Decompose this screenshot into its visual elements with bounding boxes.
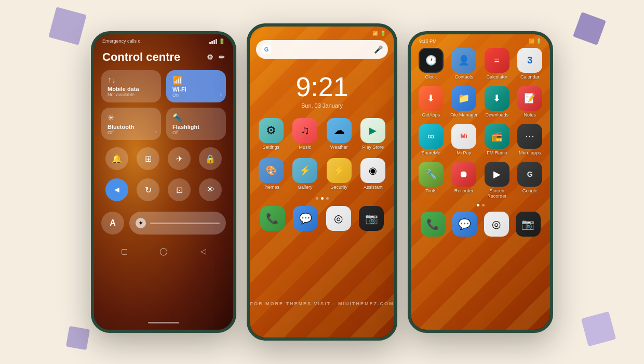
flashlight-tile[interactable]: 🔦 Flashlight Off: [166, 108, 226, 140]
cc-row-2: ✳ Bluetooth Off › 🔦 Flashlight Off: [101, 108, 226, 140]
location-toggle[interactable]: ◄: [105, 178, 128, 201]
mobile-data-label: Mobile data: [108, 86, 155, 92]
mipay-app[interactable]: Mi Mi Pay: [449, 124, 479, 155]
google-app[interactable]: G Google: [515, 162, 545, 199]
downloads-app[interactable]: ⬇ Downloads: [482, 86, 512, 118]
emergency-calls-text: Emergency calls o: [102, 38, 141, 44]
phone-2-apps-row-1: ⚙ Settings ♫ Music ☁ Weather ▶ Play Stor…: [250, 114, 394, 154]
brightness-slider[interactable]: ✦: [129, 212, 226, 235]
phone-3-apps-row-3: ∞ ShareMe Mi Mi Pay 📻 FM Radio ⋯ More ap…: [411, 121, 550, 159]
messages-icon: 💬: [293, 206, 318, 231]
notification-toggle[interactable]: 🔔: [105, 147, 128, 170]
page-dot-2: [321, 197, 324, 200]
phone3-chrome-dock[interactable]: ◎: [482, 212, 510, 237]
music-app[interactable]: ♫ Music: [290, 118, 320, 150]
microphone-icon[interactable]: 🎤: [374, 45, 383, 54]
contacts-label: Contacts: [454, 74, 473, 80]
nav-back-button[interactable]: ◁: [198, 246, 208, 256]
weather-app[interactable]: ☁ Weather: [324, 118, 354, 150]
lock-toggle[interactable]: 🔒: [199, 147, 222, 170]
moreapps-app[interactable]: ⋯ More apps: [515, 124, 545, 155]
cc-icons-row-2: ◄ ↻ ⊡ 👁: [94, 176, 233, 203]
calculator-icon: =: [485, 48, 509, 73]
calculator-app[interactable]: = Calculator: [482, 48, 512, 80]
phone3-messages-icon: 💬: [452, 212, 477, 237]
getapps-label: GetApps: [422, 112, 440, 118]
chrome-icon: ◎: [326, 206, 351, 231]
themes-app[interactable]: 🎨 Themes: [256, 158, 286, 190]
eye-toggle[interactable]: 👁: [199, 178, 222, 201]
phone3-messages-dock[interactable]: 💬: [451, 212, 478, 237]
shareme-label: ShareMe: [421, 150, 440, 155]
fullscreen-toggle[interactable]: ⊡: [168, 178, 191, 201]
wifi-arrow: ›: [220, 92, 222, 97]
recorder-app[interactable]: ⏺ Recorder: [449, 162, 479, 199]
flashlight-icon: 🔦: [172, 113, 220, 123]
phone3-page-indicators: [411, 204, 550, 206]
wifi-tile[interactable]: 📶 Wi-Fi On ›: [166, 70, 226, 102]
notes-app[interactable]: 📝 Notes: [515, 86, 545, 118]
phone-2-search-bar[interactable]: G 🎤: [256, 40, 388, 59]
phone2-wifi-icon: 📶: [372, 31, 378, 36]
playstore-app[interactable]: ▶ Play Store: [358, 118, 388, 150]
settings-icon[interactable]: ⚙: [207, 53, 213, 61]
nav-square-button[interactable]: ▢: [119, 246, 129, 256]
mobile-data-tile[interactable]: ↑↓ Mobile data Not available: [101, 70, 161, 102]
playstore-icon: ▶: [360, 118, 385, 143]
fmradio-app[interactable]: 📻 FM Radio: [482, 124, 512, 155]
messages-dock-app[interactable]: 💬: [291, 206, 320, 231]
page-indicators: [250, 197, 394, 200]
phone-2-apps-row-2: 🎨 Themes ⚡ Gallery ⚡ Security ◉ Assistan…: [250, 154, 394, 194]
filemanager-app[interactable]: 📁 File Manager: [449, 86, 479, 118]
assistant-icon: ◉: [360, 158, 385, 183]
assistant-label: Assistant: [364, 185, 383, 190]
screen-capture-toggle[interactable]: ⊞: [137, 147, 159, 170]
phone3-time: 9:15 PM: [419, 38, 437, 44]
getapps-app[interactable]: ⬇ GetApps: [416, 86, 446, 118]
recorder-label: Recorder: [454, 188, 474, 193]
control-centre-header-icons: ⚙ ✏: [207, 53, 225, 61]
moreapps-icon: ⋯: [517, 124, 542, 149]
gallery-label: Gallery: [298, 185, 313, 190]
contacts-app[interactable]: 👤 Contacts: [449, 48, 479, 80]
rotate-toggle[interactable]: ↻: [137, 178, 159, 201]
getapps-icon: ⬇: [419, 86, 444, 111]
clock-app[interactable]: 🕐 Clock: [416, 48, 446, 80]
chrome-dock-app[interactable]: ◎: [324, 206, 353, 231]
phone-3-apps-row-4: 🔧 Tools ⏺ Recorder ▶ Screen Recorder G G…: [411, 159, 550, 202]
tools-icon: 🔧: [419, 162, 444, 187]
phone-dock-app[interactable]: 📞: [258, 206, 287, 231]
airplane-toggle[interactable]: ✈: [168, 147, 191, 170]
tools-app[interactable]: 🔧 Tools: [416, 162, 446, 199]
screenrecorder-app[interactable]: ▶ Screen Recorder: [482, 162, 512, 199]
phone3-phone-dock[interactable]: 📞: [419, 212, 447, 237]
downloads-icon: ⬇: [485, 86, 509, 111]
notes-icon: 📝: [517, 86, 542, 111]
music-label: Music: [299, 145, 311, 150]
phone-2-status-bar: 📶 🔋: [250, 27, 394, 38]
edit-icon[interactable]: ✏: [219, 53, 225, 61]
tools-label: Tools: [425, 188, 436, 193]
home-indicator: [148, 322, 179, 323]
flashlight-label: Flashlight: [172, 124, 220, 130]
security-app[interactable]: ⚡ Security: [324, 158, 354, 190]
shareme-app[interactable]: ∞ ShareMe: [416, 124, 446, 155]
phone3-camera-icon: 📷: [516, 212, 541, 237]
calendar-app[interactable]: 3 Calendar: [515, 48, 545, 80]
camera-dock-app[interactable]: 📷: [357, 206, 386, 231]
phone-1-nav-bar: ▢ ◯ ◁: [94, 242, 233, 259]
gallery-app[interactable]: ⚡ Gallery: [290, 158, 320, 190]
themes-label: Themes: [262, 185, 279, 190]
filemanager-label: File Manager: [450, 112, 478, 118]
settings-app[interactable]: ⚙ Settings: [256, 118, 286, 150]
nav-home-button[interactable]: ◯: [158, 246, 169, 256]
bluetooth-tile[interactable]: ✳ Bluetooth Off ›: [101, 108, 161, 140]
accessibility-button[interactable]: A: [101, 212, 124, 235]
contacts-icon: 👤: [451, 48, 476, 73]
assistant-app[interactable]: ◉ Assistant: [358, 158, 388, 190]
notes-label: Notes: [524, 112, 536, 118]
decoration-top-left: [48, 7, 86, 45]
phone3-camera-dock[interactable]: 📷: [514, 212, 542, 237]
phone-3-status-bar: 9:15 PM 📶 🔋: [411, 34, 550, 45]
mipay-icon: Mi: [451, 124, 476, 149]
